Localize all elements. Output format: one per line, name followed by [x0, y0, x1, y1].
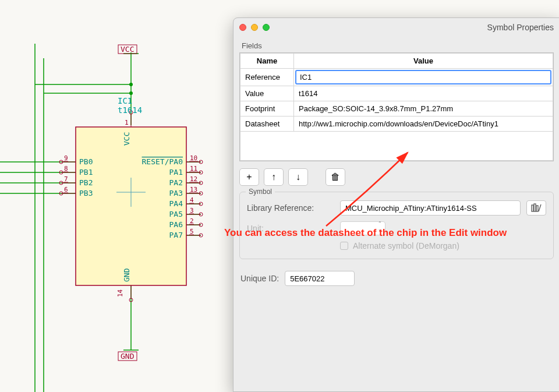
pin-num: 6	[64, 186, 68, 193]
table-row: Value t1614	[240, 86, 553, 101]
plus-icon: +	[246, 172, 252, 182]
pin-num: 3	[190, 207, 194, 214]
alternate-symbol-label: Alternate symbol (DeMorgan)	[353, 241, 459, 250]
pin-name: GND	[122, 268, 131, 282]
fields-table[interactable]: Name Value Reference Value t1614 Footpri…	[239, 52, 554, 161]
close-icon[interactable]	[239, 24, 246, 31]
window-title: Symbol Properties	[487, 23, 554, 32]
pin-name: RESET/PA0	[142, 157, 183, 166]
symbol-legend: Symbol	[246, 188, 275, 196]
titlebar[interactable]: Symbol Properties	[233, 18, 559, 37]
col-name: Name	[240, 54, 294, 69]
arrow-down-icon: ↓	[296, 172, 300, 182]
library-icon	[531, 203, 542, 213]
arrow-up-icon: ↑	[271, 172, 276, 182]
move-down-button[interactable]: ↓	[288, 168, 308, 186]
reference-input[interactable]	[295, 70, 551, 84]
pin-num: 9	[64, 154, 68, 162]
pin-num: 7	[64, 175, 68, 183]
alternate-symbol-checkbox	[340, 242, 348, 250]
pin-name: VCC	[122, 132, 131, 146]
col-value: Value	[294, 54, 553, 69]
minimize-icon[interactable]	[251, 24, 258, 31]
pin-name: PA1	[169, 168, 183, 176]
libref-label: Library Reference:	[247, 203, 334, 213]
browse-library-button[interactable]	[526, 200, 546, 216]
table-row: Footprint Package_SO:SOIC-14_3.9x8.7mm_P…	[240, 101, 553, 116]
move-up-button[interactable]: ↑	[264, 168, 284, 186]
table-row: Reference	[240, 69, 553, 86]
pin-name: PA7	[169, 231, 183, 239]
pin-name: PA3	[169, 189, 183, 197]
symbol-groupbox: Symbol Library Reference: Unit: Alternat…	[239, 192, 554, 259]
fields-section-label: Fields	[233, 37, 559, 52]
pin-name: PB1	[79, 168, 93, 176]
pin-num: 11	[190, 165, 197, 172]
datasheet-cell[interactable]: http://ww1.microchip.com/downloads/en/De…	[294, 116, 553, 132]
ic-reference: IC1	[118, 96, 132, 105]
pin-num: 13	[190, 186, 197, 193]
svg-point-20	[129, 83, 133, 86]
svg-rect-67	[532, 205, 533, 211]
pin-name: PA5	[169, 210, 183, 218]
pin-num: 12	[190, 175, 197, 183]
footprint-cell[interactable]: Package_SO:SOIC-14_3.9x8.7mm_P1.27mm	[294, 101, 553, 116]
pin-name: PA6	[169, 220, 183, 229]
pin-name: PB2	[79, 178, 93, 187]
pin-name: PA2	[169, 178, 183, 187]
pin-name: PB3	[79, 189, 93, 197]
pin-num: 8	[64, 165, 68, 172]
schematic-canvas[interactable]: VCC GND IC1 t1614 9 8 7 6 10 11 12 13 4 …	[0, 0, 233, 392]
pin-num: 1	[125, 119, 129, 126]
pin-num: 14	[116, 289, 124, 297]
pin-name: PA4	[169, 199, 183, 208]
vcc-label: VCC	[121, 45, 134, 54]
svg-point-21	[129, 91, 133, 95]
add-button[interactable]: +	[239, 168, 259, 186]
pin-name: PB0	[79, 157, 93, 166]
svg-rect-68	[534, 204, 536, 211]
uid-label: Unique ID:	[240, 274, 279, 283]
uid-input[interactable]	[285, 271, 355, 286]
table-row: Datasheet http://ww1.microchip.com/downl…	[240, 116, 553, 132]
maximize-icon[interactable]	[263, 24, 270, 31]
value-cell[interactable]: t1614	[294, 86, 553, 101]
pin-num: 2	[190, 217, 194, 225]
gnd-label: GND	[121, 352, 135, 361]
libref-input[interactable]	[340, 200, 521, 216]
pin-num: 5	[190, 228, 194, 235]
symbol-properties-dialog: Symbol Properties Fields Name Value Refe…	[233, 17, 559, 392]
pin-num: 4	[190, 196, 194, 204]
svg-line-70	[539, 204, 541, 211]
trash-icon: 🗑	[331, 172, 340, 182]
annotation-text: You can access the datasheet of the chip…	[224, 227, 507, 239]
ic-value: t1614	[118, 105, 142, 115]
pin-num: 10	[190, 154, 197, 162]
delete-button[interactable]: 🗑	[326, 168, 345, 186]
svg-rect-69	[536, 206, 538, 211]
